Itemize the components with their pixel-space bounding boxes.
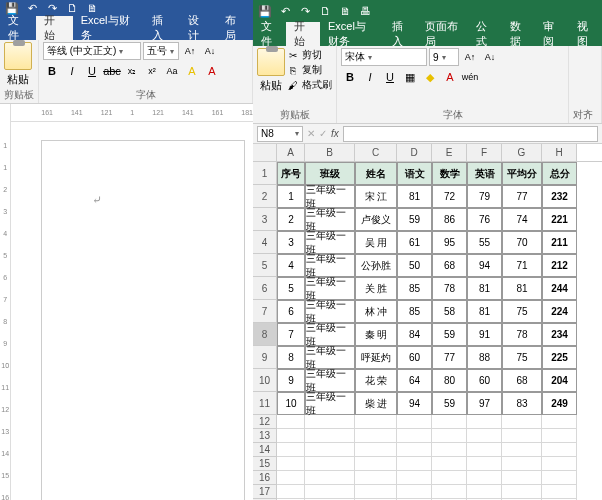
cell[interactable] bbox=[305, 485, 355, 499]
row-header[interactable]: 14 bbox=[253, 443, 277, 457]
cell[interactable]: 9 bbox=[277, 369, 305, 392]
cell[interactable] bbox=[277, 415, 305, 429]
cell[interactable]: 232 bbox=[542, 185, 577, 208]
cell[interactable]: 76 bbox=[467, 208, 502, 231]
cell[interactable] bbox=[305, 443, 355, 457]
cell[interactable] bbox=[502, 429, 542, 443]
strike-button[interactable]: abc bbox=[103, 62, 121, 80]
cell[interactable]: 英语 bbox=[467, 162, 502, 185]
cell[interactable] bbox=[355, 471, 397, 485]
underline-button[interactable]: U bbox=[381, 68, 399, 86]
shrink-font-icon[interactable]: A↓ bbox=[481, 48, 499, 66]
cell[interactable]: 86 bbox=[432, 208, 467, 231]
cell[interactable]: 75 bbox=[502, 346, 542, 369]
row-header[interactable]: 6 bbox=[253, 277, 277, 300]
cell[interactable] bbox=[397, 429, 432, 443]
cell[interactable]: 58 bbox=[432, 300, 467, 323]
cell[interactable] bbox=[467, 415, 502, 429]
bold-button[interactable]: B bbox=[341, 68, 359, 86]
cell[interactable] bbox=[467, 471, 502, 485]
cell[interactable] bbox=[397, 457, 432, 471]
cell[interactable]: 2 bbox=[277, 208, 305, 231]
cell[interactable]: 数学 bbox=[432, 162, 467, 185]
cell[interactable] bbox=[542, 471, 577, 485]
cell[interactable]: 7 bbox=[277, 323, 305, 346]
cell[interactable] bbox=[277, 457, 305, 471]
cell[interactable] bbox=[542, 485, 577, 499]
phonetic-button[interactable]: wén bbox=[461, 68, 479, 86]
column-header[interactable]: E bbox=[432, 144, 467, 161]
row-header[interactable]: 15 bbox=[253, 457, 277, 471]
cell[interactable]: 74 bbox=[502, 208, 542, 231]
cell[interactable] bbox=[277, 429, 305, 443]
excel-menu-view[interactable]: 视图 bbox=[569, 22, 602, 46]
change-case-button[interactable]: Aa bbox=[163, 62, 181, 80]
undo-icon[interactable]: ↶ bbox=[277, 3, 293, 19]
cell[interactable] bbox=[397, 415, 432, 429]
cell[interactable]: 秦 明 bbox=[355, 323, 397, 346]
excel-menu-file[interactable]: 文件 bbox=[253, 22, 286, 46]
cell[interactable] bbox=[305, 429, 355, 443]
italic-button[interactable]: I bbox=[63, 62, 81, 80]
fill-color-button[interactable]: ◆ bbox=[421, 68, 439, 86]
row-header[interactable]: 10 bbox=[253, 369, 277, 392]
excel-menu-page[interactable]: 页面布局 bbox=[417, 22, 468, 46]
italic-button[interactable]: I bbox=[361, 68, 379, 86]
cell[interactable]: 249 bbox=[542, 392, 577, 415]
cell[interactable]: 语文 bbox=[397, 162, 432, 185]
word-menu-insert[interactable]: 插入 bbox=[144, 16, 180, 40]
cell[interactable] bbox=[467, 429, 502, 443]
cell[interactable]: 花 荣 bbox=[355, 369, 397, 392]
cell[interactable]: 60 bbox=[467, 369, 502, 392]
cell[interactable] bbox=[432, 485, 467, 499]
cell[interactable]: 75 bbox=[502, 300, 542, 323]
cell[interactable] bbox=[305, 457, 355, 471]
cell[interactable]: 71 bbox=[502, 254, 542, 277]
font-color-button[interactable]: A bbox=[441, 68, 459, 86]
row-header[interactable]: 4 bbox=[253, 231, 277, 254]
cell[interactable]: 80 bbox=[432, 369, 467, 392]
cell[interactable] bbox=[355, 485, 397, 499]
column-header[interactable]: F bbox=[467, 144, 502, 161]
open-doc-icon[interactable]: 🗎 bbox=[337, 3, 353, 19]
cell[interactable] bbox=[397, 485, 432, 499]
subscript-button[interactable]: x₂ bbox=[123, 62, 141, 80]
cell[interactable]: 225 bbox=[542, 346, 577, 369]
row-header[interactable]: 2 bbox=[253, 185, 277, 208]
word-menu-excel[interactable]: Excel与财务 bbox=[73, 16, 144, 40]
format-painter-button[interactable]: 🖌格式刷 bbox=[287, 78, 332, 92]
grow-font-icon[interactable]: A↑ bbox=[181, 42, 199, 60]
row-header[interactable]: 7 bbox=[253, 300, 277, 323]
cell[interactable] bbox=[355, 415, 397, 429]
excel-menu-insert[interactable]: 插入 bbox=[384, 22, 417, 46]
shrink-font-icon[interactable]: A↓ bbox=[201, 42, 219, 60]
word-page[interactable]: ⤶ bbox=[41, 140, 245, 500]
cell[interactable]: 72 bbox=[432, 185, 467, 208]
cell[interactable]: 97 bbox=[467, 392, 502, 415]
cell[interactable] bbox=[355, 443, 397, 457]
word-font-size-combo[interactable]: 五号 ▾ bbox=[143, 42, 179, 60]
cell[interactable]: 59 bbox=[432, 323, 467, 346]
cell[interactable]: 呼延灼 bbox=[355, 346, 397, 369]
cell[interactable]: 柴 进 bbox=[355, 392, 397, 415]
cell[interactable] bbox=[277, 471, 305, 485]
cell[interactable] bbox=[542, 443, 577, 457]
cell[interactable] bbox=[397, 471, 432, 485]
cell[interactable]: 78 bbox=[502, 323, 542, 346]
formula-input[interactable] bbox=[343, 126, 598, 142]
cell[interactable]: 95 bbox=[432, 231, 467, 254]
cell[interactable] bbox=[305, 471, 355, 485]
cell[interactable] bbox=[502, 471, 542, 485]
select-all-corner[interactable] bbox=[253, 144, 277, 161]
excel-font-name-combo[interactable]: 宋体 ▾ bbox=[341, 48, 427, 66]
cell[interactable] bbox=[397, 443, 432, 457]
cell[interactable]: 83 bbox=[502, 392, 542, 415]
cell[interactable] bbox=[432, 471, 467, 485]
cell[interactable]: 77 bbox=[432, 346, 467, 369]
cell[interactable]: 1 bbox=[277, 185, 305, 208]
cell[interactable] bbox=[467, 485, 502, 499]
cell[interactable]: 三年级一班 bbox=[305, 392, 355, 415]
row-header[interactable]: 9 bbox=[253, 346, 277, 369]
underline-button[interactable]: U bbox=[83, 62, 101, 80]
cell[interactable] bbox=[502, 443, 542, 457]
